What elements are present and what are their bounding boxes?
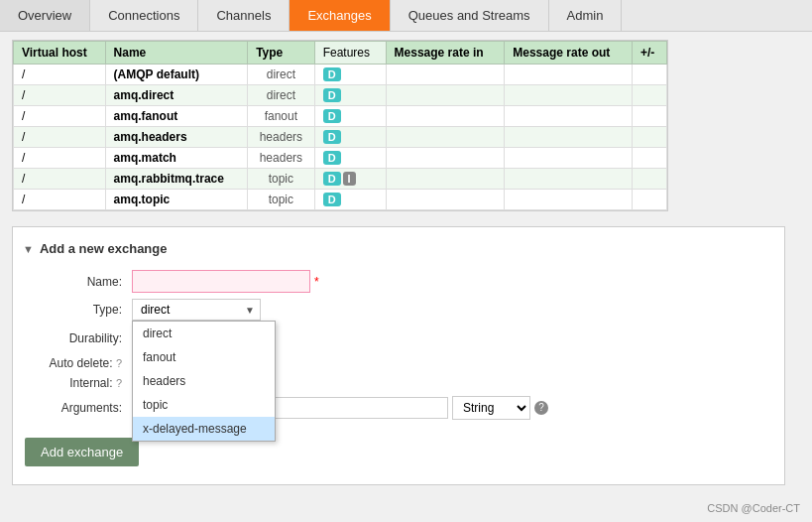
features-cell: D <box>314 106 386 127</box>
table-row: /amq.fanoutfanoutD <box>14 106 667 127</box>
auto-delete-label: Auto delete: ? <box>33 356 122 370</box>
arguments-row: Arguments: = String Number Boolean ? 延时队… <box>13 396 784 420</box>
internal-label: Internal: ? <box>33 376 122 390</box>
rate-in-cell <box>386 190 505 210</box>
type-cell: direct <box>248 85 315 106</box>
name-cell[interactable]: amq.fanout <box>105 106 248 127</box>
type-cell: topic <box>248 169 315 190</box>
dropdown-option-topic[interactable]: topic <box>133 393 275 417</box>
type-row: Type: directfanoutheaderstopicx-delayed-… <box>13 299 784 321</box>
name-cell[interactable]: amq.direct <box>105 85 248 106</box>
nav-channels[interactable]: Channels <box>198 0 290 31</box>
durability-label: Durability: <box>33 331 122 345</box>
rate-in-cell <box>386 148 505 169</box>
arguments-help-icon[interactable]: ? <box>534 401 548 415</box>
dropdown-option-x-delayed-message[interactable]: x-delayed-message <box>133 417 275 441</box>
name-cell[interactable]: (AMQP default) <box>105 65 248 85</box>
rate-out-cell <box>505 190 633 210</box>
dropdown-option-fanout[interactable]: fanout <box>133 345 275 369</box>
features-cell: D <box>314 85 386 106</box>
add-exchange-section: ▼ Add a new exchange Name: * Type: direc… <box>12 226 785 485</box>
durable-badge: D <box>323 67 341 81</box>
exchanges-table-container: Virtual host Name Type Features Message … <box>12 40 668 211</box>
table-row: /amq.topictopicD <box>14 190 667 210</box>
rate-in-cell <box>386 65 505 85</box>
action-cell <box>632 169 666 190</box>
col-name: Name <box>105 42 248 65</box>
nav-overview[interactable]: Overview <box>0 0 90 31</box>
dropdown-option-direct[interactable]: direct <box>133 322 275 345</box>
action-cell <box>632 148 666 169</box>
nav-admin[interactable]: Admin <box>549 0 623 31</box>
features-cell: D <box>314 65 386 85</box>
section-title: ▼ Add a new exchange <box>13 237 784 264</box>
vhost-cell: / <box>14 65 106 85</box>
rate-out-cell <box>505 65 633 85</box>
main-content: Virtual host Name Type Features Message … <box>0 32 812 493</box>
vhost-cell: / <box>14 169 106 190</box>
features-cell: D <box>314 127 386 148</box>
dropdown-option-headers[interactable]: headers <box>133 369 275 393</box>
vhost-cell: / <box>14 106 106 127</box>
durable-badge: D <box>323 88 341 102</box>
rate-out-cell <box>505 169 633 190</box>
durable-badge: D <box>323 193 341 206</box>
action-cell <box>632 127 666 148</box>
arguments-value-input[interactable] <box>270 397 448 419</box>
add-exchange-button[interactable]: Add exchange <box>25 438 139 466</box>
durable-badge: D <box>323 130 341 144</box>
internal-help-icon: ? <box>116 377 122 389</box>
vhost-cell: / <box>14 148 106 169</box>
rate-out-cell <box>505 85 633 106</box>
section-arrow: ▼ <box>23 243 34 255</box>
type-select-container: directfanoutheaderstopicx-delayed-messag… <box>132 299 261 321</box>
nav-queues-streams[interactable]: Queues and Streams <box>391 0 549 31</box>
col-features: Features <box>314 42 386 65</box>
durability-row: Durability: Durable Transient <box>13 326 784 350</box>
durable-badge: D <box>323 109 341 123</box>
internal-row: Internal: ? <box>13 376 784 390</box>
table-row: /amq.matchheadersD <box>14 148 667 169</box>
col-actions: +/- <box>632 42 666 65</box>
rate-in-cell <box>386 127 505 148</box>
required-star: * <box>314 275 319 289</box>
table-row: /amq.headersheadersD <box>14 127 667 148</box>
name-cell[interactable]: amq.topic <box>105 190 248 210</box>
nav-exchanges[interactable]: Exchanges <box>290 0 390 31</box>
type-cell: direct <box>248 65 315 85</box>
rate-in-cell <box>386 106 505 127</box>
name-cell[interactable]: amq.rabbitmq.trace <box>105 169 248 190</box>
name-row: Name: * <box>13 270 784 293</box>
nav-connections[interactable]: Connections <box>90 0 198 31</box>
auto-delete-row: Auto delete: ? <box>13 356 784 370</box>
top-navigation: Overview Connections Channels Exchanges … <box>0 0 812 32</box>
rate-in-cell <box>386 85 505 106</box>
col-rate-out: Message rate out <box>505 42 633 65</box>
features-cell: DI <box>314 169 386 190</box>
type-select[interactable]: directfanoutheaderstopicx-delayed-messag… <box>132 299 261 321</box>
durable-badge: D <box>323 172 341 186</box>
vhost-cell: / <box>14 190 106 210</box>
arguments-type-select[interactable]: String Number Boolean <box>452 396 530 420</box>
name-cell[interactable]: amq.headers <box>105 127 248 148</box>
type-cell: topic <box>248 190 315 210</box>
durable-badge: D <box>323 151 341 165</box>
type-cell: fanout <box>248 106 315 127</box>
watermark: CSDN @Coder-CT <box>707 502 800 514</box>
rate-out-cell <box>505 106 633 127</box>
type-cell: headers <box>248 127 315 148</box>
name-input[interactable] <box>132 270 310 293</box>
type-cell: headers <box>248 148 315 169</box>
action-cell <box>632 190 666 210</box>
name-label: Name: <box>33 275 122 289</box>
exchanges-table: Virtual host Name Type Features Message … <box>13 41 667 210</box>
col-vhost: Virtual host <box>14 42 106 65</box>
action-cell <box>632 65 666 85</box>
arguments-label: Arguments: <box>33 401 122 415</box>
table-row: /amq.directdirectD <box>14 85 667 106</box>
section-title-text: Add a new exchange <box>40 241 168 256</box>
rate-out-cell <box>505 148 633 169</box>
col-type: Type <box>248 42 315 65</box>
col-rate-in: Message rate in <box>386 42 505 65</box>
name-cell[interactable]: amq.match <box>105 148 248 169</box>
